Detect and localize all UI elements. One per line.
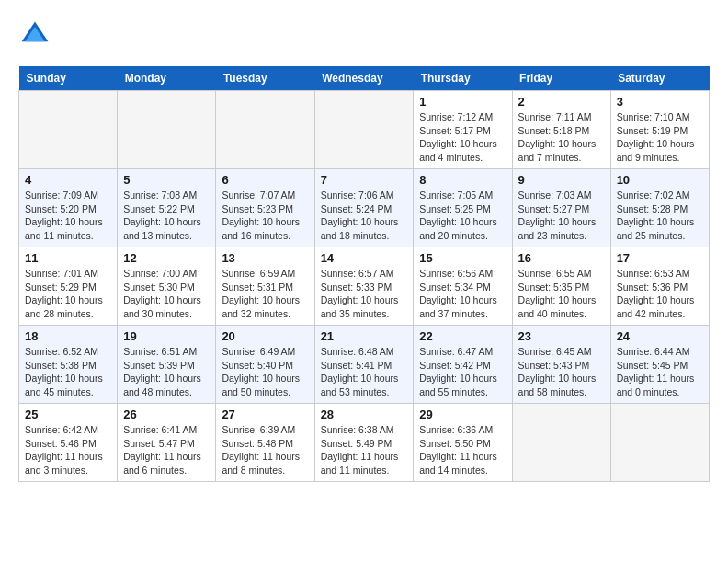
page-header xyxy=(18,18,710,52)
day-number: 10 xyxy=(617,173,703,187)
day-number: 27 xyxy=(222,408,308,421)
day-info: Sunrise: 6:45 AM Sunset: 5:43 PM Dayligh… xyxy=(518,345,605,399)
day-number: 24 xyxy=(617,329,703,343)
day-info: Sunrise: 6:51 AM Sunset: 5:39 PM Dayligh… xyxy=(123,345,210,399)
day-number: 23 xyxy=(518,329,605,343)
calendar-cell: 12Sunrise: 7:00 AM Sunset: 5:30 PM Dayli… xyxy=(118,247,216,326)
calendar-cell xyxy=(314,91,414,169)
day-info: Sunrise: 6:41 AM Sunset: 5:47 PM Dayligh… xyxy=(123,423,210,477)
day-info: Sunrise: 6:52 AM Sunset: 5:38 PM Dayligh… xyxy=(25,345,111,399)
calendar-cell: 4Sunrise: 7:09 AM Sunset: 5:20 PM Daylig… xyxy=(19,169,118,247)
calendar-cell xyxy=(610,404,709,482)
column-header-tuesday: Tuesday xyxy=(216,66,314,91)
calendar-cell: 21Sunrise: 6:48 AM Sunset: 5:41 PM Dayli… xyxy=(314,326,414,404)
calendar-cell: 10Sunrise: 7:02 AM Sunset: 5:28 PM Dayli… xyxy=(610,169,709,247)
calendar-cell: 28Sunrise: 6:38 AM Sunset: 5:49 PM Dayli… xyxy=(314,404,414,482)
day-info: Sunrise: 7:02 AM Sunset: 5:28 PM Dayligh… xyxy=(617,189,703,243)
calendar-cell xyxy=(19,91,118,169)
calendar-week-row: 1Sunrise: 7:12 AM Sunset: 5:17 PM Daylig… xyxy=(19,91,710,169)
day-number: 25 xyxy=(25,408,111,421)
column-header-friday: Friday xyxy=(512,66,610,91)
day-info: Sunrise: 6:44 AM Sunset: 5:45 PM Dayligh… xyxy=(617,345,703,399)
day-info: Sunrise: 6:55 AM Sunset: 5:35 PM Dayligh… xyxy=(518,267,605,321)
calendar-cell: 13Sunrise: 6:59 AM Sunset: 5:31 PM Dayli… xyxy=(216,247,314,326)
day-info: Sunrise: 6:49 AM Sunset: 5:40 PM Dayligh… xyxy=(222,345,308,399)
day-number: 5 xyxy=(123,173,210,187)
day-number: 20 xyxy=(222,329,308,343)
calendar-table: SundayMondayTuesdayWednesdayThursdayFrid… xyxy=(18,66,710,482)
calendar-week-row: 25Sunrise: 6:42 AM Sunset: 5:46 PM Dayli… xyxy=(19,404,710,482)
day-number: 26 xyxy=(123,408,210,421)
calendar-cell: 17Sunrise: 6:53 AM Sunset: 5:36 PM Dayli… xyxy=(610,247,709,326)
day-number: 2 xyxy=(518,95,605,109)
calendar-cell: 3Sunrise: 7:10 AM Sunset: 5:19 PM Daylig… xyxy=(610,91,709,169)
column-header-saturday: Saturday xyxy=(610,66,709,91)
calendar-cell: 9Sunrise: 7:03 AM Sunset: 5:27 PM Daylig… xyxy=(512,169,610,247)
calendar-cell: 7Sunrise: 7:06 AM Sunset: 5:24 PM Daylig… xyxy=(314,169,414,247)
day-number: 9 xyxy=(518,173,605,187)
day-info: Sunrise: 7:00 AM Sunset: 5:30 PM Dayligh… xyxy=(123,267,210,321)
calendar-cell: 20Sunrise: 6:49 AM Sunset: 5:40 PM Dayli… xyxy=(216,326,314,404)
column-header-thursday: Thursday xyxy=(414,66,512,91)
calendar-week-row: 18Sunrise: 6:52 AM Sunset: 5:38 PM Dayli… xyxy=(19,326,710,404)
day-info: Sunrise: 7:08 AM Sunset: 5:22 PM Dayligh… xyxy=(123,189,210,243)
calendar-cell: 22Sunrise: 6:47 AM Sunset: 5:42 PM Dayli… xyxy=(414,326,512,404)
day-number: 17 xyxy=(617,251,703,265)
day-number: 15 xyxy=(419,251,506,265)
day-info: Sunrise: 6:47 AM Sunset: 5:42 PM Dayligh… xyxy=(419,345,506,399)
day-number: 16 xyxy=(518,251,605,265)
calendar-cell: 5Sunrise: 7:08 AM Sunset: 5:22 PM Daylig… xyxy=(118,169,216,247)
day-info: Sunrise: 6:38 AM Sunset: 5:49 PM Dayligh… xyxy=(321,423,408,477)
calendar-week-row: 4Sunrise: 7:09 AM Sunset: 5:20 PM Daylig… xyxy=(19,169,710,247)
logo xyxy=(18,18,55,52)
calendar-cell: 11Sunrise: 7:01 AM Sunset: 5:29 PM Dayli… xyxy=(19,247,118,326)
day-number: 1 xyxy=(419,95,506,109)
calendar-cell: 25Sunrise: 6:42 AM Sunset: 5:46 PM Dayli… xyxy=(19,404,118,482)
day-info: Sunrise: 7:05 AM Sunset: 5:25 PM Dayligh… xyxy=(419,189,506,243)
day-number: 21 xyxy=(321,329,408,343)
day-info: Sunrise: 6:36 AM Sunset: 5:50 PM Dayligh… xyxy=(419,423,506,477)
day-info: Sunrise: 7:07 AM Sunset: 5:23 PM Dayligh… xyxy=(222,189,308,243)
day-number: 22 xyxy=(419,329,506,343)
calendar-cell: 29Sunrise: 6:36 AM Sunset: 5:50 PM Dayli… xyxy=(414,404,512,482)
day-number: 3 xyxy=(617,95,703,109)
calendar-cell xyxy=(216,91,314,169)
calendar-cell: 6Sunrise: 7:07 AM Sunset: 5:23 PM Daylig… xyxy=(216,169,314,247)
day-info: Sunrise: 6:57 AM Sunset: 5:33 PM Dayligh… xyxy=(321,267,408,321)
day-number: 28 xyxy=(321,408,408,421)
calendar-cell: 23Sunrise: 6:45 AM Sunset: 5:43 PM Dayli… xyxy=(512,326,610,404)
calendar-cell: 26Sunrise: 6:41 AM Sunset: 5:47 PM Dayli… xyxy=(118,404,216,482)
day-info: Sunrise: 6:42 AM Sunset: 5:46 PM Dayligh… xyxy=(25,423,111,477)
calendar-cell: 15Sunrise: 6:56 AM Sunset: 5:34 PM Dayli… xyxy=(414,247,512,326)
column-header-monday: Monday xyxy=(118,66,216,91)
calendar-cell: 1Sunrise: 7:12 AM Sunset: 5:17 PM Daylig… xyxy=(414,91,512,169)
day-info: Sunrise: 6:53 AM Sunset: 5:36 PM Dayligh… xyxy=(617,267,703,321)
calendar-cell: 14Sunrise: 6:57 AM Sunset: 5:33 PM Dayli… xyxy=(314,247,414,326)
day-number: 12 xyxy=(123,251,210,265)
column-header-wednesday: Wednesday xyxy=(314,66,414,91)
day-number: 6 xyxy=(222,173,308,187)
day-info: Sunrise: 7:09 AM Sunset: 5:20 PM Dayligh… xyxy=(25,189,111,243)
calendar-cell: 19Sunrise: 6:51 AM Sunset: 5:39 PM Dayli… xyxy=(118,326,216,404)
calendar-cell: 2Sunrise: 7:11 AM Sunset: 5:18 PM Daylig… xyxy=(512,91,610,169)
day-number: 18 xyxy=(25,329,111,343)
day-number: 19 xyxy=(123,329,210,343)
calendar-cell: 27Sunrise: 6:39 AM Sunset: 5:48 PM Dayli… xyxy=(216,404,314,482)
day-info: Sunrise: 7:03 AM Sunset: 5:27 PM Dayligh… xyxy=(518,189,605,243)
day-number: 29 xyxy=(419,408,506,421)
calendar-cell xyxy=(512,404,610,482)
day-number: 14 xyxy=(321,251,408,265)
column-header-sunday: Sunday xyxy=(19,66,118,91)
calendar-cell: 16Sunrise: 6:55 AM Sunset: 5:35 PM Dayli… xyxy=(512,247,610,326)
calendar-cell: 8Sunrise: 7:05 AM Sunset: 5:25 PM Daylig… xyxy=(414,169,512,247)
day-info: Sunrise: 7:11 AM Sunset: 5:18 PM Dayligh… xyxy=(518,110,605,165)
day-info: Sunrise: 6:56 AM Sunset: 5:34 PM Dayligh… xyxy=(419,267,506,321)
day-info: Sunrise: 6:48 AM Sunset: 5:41 PM Dayligh… xyxy=(321,345,408,399)
day-info: Sunrise: 7:12 AM Sunset: 5:17 PM Dayligh… xyxy=(419,110,506,165)
day-info: Sunrise: 7:10 AM Sunset: 5:19 PM Dayligh… xyxy=(617,110,703,165)
day-info: Sunrise: 6:39 AM Sunset: 5:48 PM Dayligh… xyxy=(222,423,308,477)
calendar-cell: 18Sunrise: 6:52 AM Sunset: 5:38 PM Dayli… xyxy=(19,326,118,404)
day-number: 11 xyxy=(25,251,111,265)
logo-icon xyxy=(18,18,51,52)
calendar-cell xyxy=(118,91,216,169)
